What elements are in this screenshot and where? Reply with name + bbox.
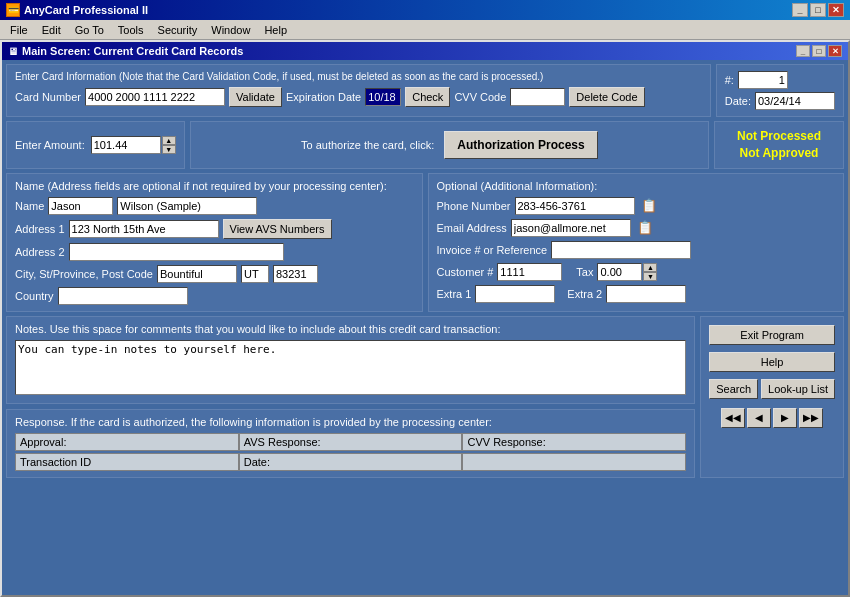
country-label: Country xyxy=(15,290,54,302)
auth-label: To authorize the card, click: xyxy=(301,139,434,151)
email-label: Email Address xyxy=(437,222,507,234)
phone-input[interactable] xyxy=(515,197,635,215)
name-section-title: Name (Address fields are optional if not… xyxy=(15,180,414,192)
name-label: Name xyxy=(15,200,44,212)
invoice-input[interactable] xyxy=(551,241,691,259)
nav-first-button[interactable]: ◀◀ xyxy=(721,408,745,428)
nav-last-button[interactable]: ▶▶ xyxy=(799,408,823,428)
app-icon: 💳 xyxy=(6,3,20,17)
status-text: Not Processed Not Approved xyxy=(737,128,821,162)
nav-next-button[interactable]: ▶ xyxy=(773,408,797,428)
phone-copy-icon[interactable]: 📋 xyxy=(641,198,657,213)
optional-section: Optional (Additional Information): Phone… xyxy=(428,173,845,312)
app-title-bar: 💳 AnyCard Professional II _ □ ✕ xyxy=(0,0,850,20)
notes-section: Notes. Use this space for comments that … xyxy=(6,316,695,404)
status-box: Not Processed Not Approved xyxy=(714,121,844,169)
email-input[interactable] xyxy=(511,219,631,237)
approval-label-field: Approval: xyxy=(15,433,239,451)
notes-title: Notes. Use this space for comments that … xyxy=(15,323,686,335)
last-name-input[interactable] xyxy=(117,197,257,215)
amount-section: Enter Amount: ▲ ▼ xyxy=(6,121,185,169)
help-button[interactable]: Help xyxy=(709,352,835,372)
record-number-input[interactable] xyxy=(738,71,788,89)
amount-input[interactable] xyxy=(91,136,161,154)
extra2-label: Extra 2 xyxy=(567,288,602,300)
cvv-input[interactable] xyxy=(510,88,565,106)
exit-button[interactable]: Exit Program xyxy=(709,325,835,345)
card-number-label: Card Number xyxy=(15,91,81,103)
response-date-value xyxy=(462,453,686,471)
address1-label: Address 1 xyxy=(15,223,65,235)
transaction-label-field: Transaction ID xyxy=(15,453,239,471)
record-info-section: #: Date: xyxy=(716,64,844,117)
inner-close[interactable]: ✕ xyxy=(828,45,842,57)
lookup-list-button[interactable]: Look-up List xyxy=(761,379,835,399)
tax-input[interactable] xyxy=(597,263,642,281)
close-button[interactable]: ✕ xyxy=(828,3,844,17)
record-date-input[interactable] xyxy=(755,92,835,110)
response-title: Response. If the card is authorized, the… xyxy=(15,416,686,428)
email-copy-icon[interactable]: 📋 xyxy=(637,220,653,235)
response-section: Response. If the card is authorized, the… xyxy=(6,409,695,478)
state-input[interactable] xyxy=(241,265,269,283)
extra1-label: Extra 1 xyxy=(437,288,472,300)
card-info-section: Enter Card Information (Note that the Ca… xyxy=(6,64,711,117)
search-button[interactable]: Search xyxy=(709,379,758,399)
extra2-input[interactable] xyxy=(606,285,686,303)
phone-label: Phone Number xyxy=(437,200,511,212)
menu-goto[interactable]: Go To xyxy=(69,23,110,37)
nav-prev-button[interactable]: ◀ xyxy=(747,408,771,428)
customer-input[interactable] xyxy=(497,263,562,281)
cvv-response-label-field: CVV Response: xyxy=(462,433,686,451)
inner-minimize[interactable]: _ xyxy=(796,45,810,57)
menu-security[interactable]: Security xyxy=(152,23,204,37)
window-title: Main Screen: Current Credit Card Records xyxy=(22,45,243,57)
tax-label: Tax xyxy=(576,266,593,278)
exp-date-input[interactable] xyxy=(365,88,401,106)
country-input[interactable] xyxy=(58,287,188,305)
name-section: Name (Address fields are optional if not… xyxy=(6,173,423,312)
amount-down-button[interactable]: ▼ xyxy=(162,145,176,154)
amount-up-button[interactable]: ▲ xyxy=(162,136,176,145)
address2-label: Address 2 xyxy=(15,246,65,258)
card-number-input[interactable] xyxy=(85,88,225,106)
menu-help[interactable]: Help xyxy=(258,23,293,37)
invoice-label: Invoice # or Reference xyxy=(437,244,548,256)
nav-buttons: ◀◀ ◀ ▶ ▶▶ xyxy=(721,408,823,428)
auth-section: To authorize the card, click: Authorizat… xyxy=(190,121,709,169)
delete-code-button[interactable]: Delete Code xyxy=(569,87,644,107)
menu-window[interactable]: Window xyxy=(205,23,256,37)
app-title: AnyCard Professional II xyxy=(24,4,148,16)
check-button[interactable]: Check xyxy=(405,87,450,107)
minimize-button[interactable]: _ xyxy=(792,3,808,17)
inner-maximize[interactable]: □ xyxy=(812,45,826,57)
city-label: City, St/Province, Post Code xyxy=(15,268,153,280)
validate-button[interactable]: Validate xyxy=(229,87,282,107)
zip-input[interactable] xyxy=(273,265,318,283)
menu-bar: File Edit Go To Tools Security Window He… xyxy=(0,20,850,40)
menu-file[interactable]: File xyxy=(4,23,34,37)
optional-section-title: Optional (Additional Information): xyxy=(437,180,836,192)
hash-label: #: xyxy=(725,74,734,86)
avs-label-field: AVS Response: xyxy=(239,433,463,451)
first-name-input[interactable] xyxy=(48,197,113,215)
menu-edit[interactable]: Edit xyxy=(36,23,67,37)
record-date-label: Date: xyxy=(725,95,751,107)
tax-up-button[interactable]: ▲ xyxy=(643,263,657,272)
extra1-input[interactable] xyxy=(475,285,555,303)
card-info-title: Enter Card Information (Note that the Ca… xyxy=(15,71,702,82)
city-input[interactable] xyxy=(157,265,237,283)
menu-tools[interactable]: Tools xyxy=(112,23,150,37)
notes-textarea[interactable]: You can type-in notes to yourself here. xyxy=(15,340,686,395)
auth-process-button[interactable]: Authorization Process xyxy=(444,131,597,159)
exp-date-label: Expiration Date xyxy=(286,91,361,103)
view-avs-button[interactable]: View AVS Numbers xyxy=(223,219,332,239)
tax-down-button[interactable]: ▼ xyxy=(643,272,657,281)
maximize-button[interactable]: □ xyxy=(810,3,826,17)
amount-label: Enter Amount: xyxy=(15,139,85,151)
customer-label: Customer # xyxy=(437,266,494,278)
response-date-label: Date: xyxy=(239,453,463,471)
address1-input[interactable] xyxy=(69,220,219,238)
address2-input[interactable] xyxy=(69,243,284,261)
cvv-label: CVV Code xyxy=(454,91,506,103)
